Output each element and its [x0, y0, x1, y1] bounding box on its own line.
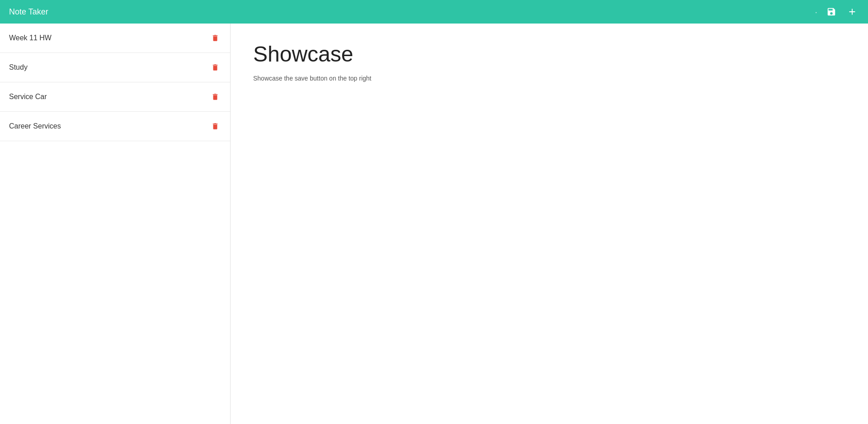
note-list-title: Week 11 HW	[9, 34, 52, 42]
main-layout: Week 11 HW Study Service Car Career Serv…	[0, 24, 868, 424]
note-title: Showcase	[253, 42, 845, 67]
sidebar: Week 11 HW Study Service Car Career Serv…	[0, 24, 231, 424]
delete-note-button[interactable]	[209, 62, 221, 73]
delete-note-button[interactable]	[209, 32, 221, 44]
trash-icon	[211, 122, 219, 130]
trash-icon	[211, 93, 219, 101]
app-title: Note Taker	[9, 7, 48, 17]
list-item[interactable]: Week 11 HW	[0, 24, 230, 53]
list-item[interactable]: Career Services	[0, 112, 230, 141]
navbar: Note Taker ·	[0, 0, 868, 24]
add-note-button[interactable]	[845, 5, 859, 19]
note-list-title: Service Car	[9, 93, 47, 101]
save-icon	[826, 7, 836, 17]
note-list-title: Study	[9, 63, 28, 71]
dot-separator: ·	[815, 7, 817, 17]
navbar-actions: ·	[815, 5, 859, 19]
list-item[interactable]: Service Car	[0, 82, 230, 112]
plus-icon	[847, 7, 857, 17]
list-item[interactable]: Study	[0, 53, 230, 82]
trash-icon	[211, 34, 219, 42]
content-area: Showcase Showcase the save button on the…	[231, 24, 868, 424]
delete-note-button[interactable]	[209, 120, 221, 132]
note-body: Showcase the save button on the top righ…	[253, 74, 845, 83]
trash-icon	[211, 63, 219, 71]
delete-note-button[interactable]	[209, 91, 221, 103]
note-list-title: Career Services	[9, 122, 61, 130]
save-button[interactable]	[825, 5, 838, 19]
